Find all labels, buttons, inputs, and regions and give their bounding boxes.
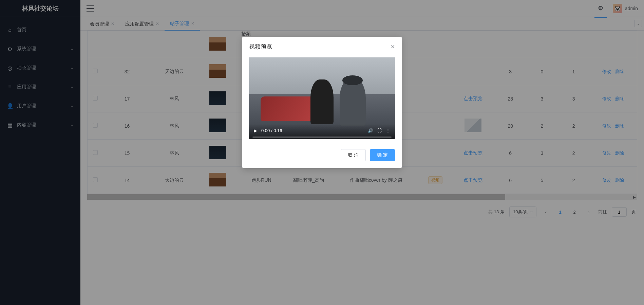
confirm-button[interactable]: 确 定 (370, 149, 395, 161)
fullscreen-icon[interactable]: ⛶ (377, 128, 382, 133)
modal-close-icon[interactable]: ✕ (391, 43, 395, 50)
video-frame-person (340, 78, 366, 126)
modal-header: 视频预览 ✕ (242, 37, 402, 54)
modal-footer: 取 消 确 定 (242, 146, 402, 168)
video-preview-modal: 视频预览 ✕ ▶ 0:00 / 0:16 🔊 ⛶ ⋮ (242, 37, 402, 168)
modal-body: ▶ 0:00 / 0:16 🔊 ⛶ ⋮ (242, 54, 402, 146)
video-progress[interactable] (252, 137, 392, 138)
more-icon[interactable]: ⋮ (386, 128, 390, 133)
cancel-button[interactable]: 取 消 (341, 149, 366, 161)
app-root: 林风社交论坛 ⌂ 首页 ⚙ 系统管理 ⌄ ◎ 动态管理 ⌄ ≡ 应用管理 ⌄ (0, 0, 644, 305)
video-player[interactable]: ▶ 0:00 / 0:16 🔊 ⛶ ⋮ (249, 57, 395, 139)
modal-title: 视频预览 (249, 43, 272, 51)
play-icon[interactable]: ▶ (254, 128, 257, 133)
video-time: 0:00 / 0:16 (261, 128, 282, 133)
video-frame-person (310, 79, 334, 124)
volume-icon[interactable]: 🔊 (368, 128, 373, 133)
video-frame-hat (342, 75, 363, 85)
